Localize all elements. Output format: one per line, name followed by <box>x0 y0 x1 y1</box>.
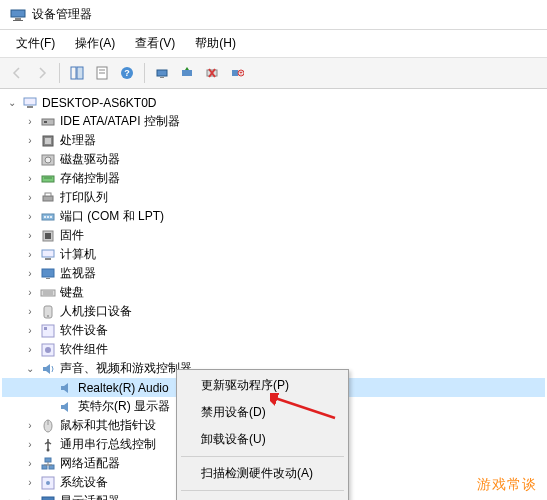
software-icon <box>40 323 56 339</box>
expand-icon[interactable]: › <box>22 209 38 225</box>
speaker-icon <box>58 399 74 415</box>
menu-view[interactable]: 查看(V) <box>127 33 183 54</box>
tree-node[interactable]: ›存储控制器 <box>2 169 545 188</box>
ctx-update-driver[interactable]: 更新驱动程序(P) <box>179 372 346 399</box>
svg-rect-36 <box>42 250 54 257</box>
window-title: 设备管理器 <box>32 6 92 23</box>
tree-node[interactable]: ›监视器 <box>2 264 545 283</box>
ctx-uninstall-device[interactable]: 卸载设备(U) <box>179 426 346 453</box>
context-menu: 更新驱动程序(P) 禁用设备(D) 卸载设备(U) 扫描检测硬件改动(A) 属性… <box>176 369 349 500</box>
disable-button[interactable] <box>226 62 248 84</box>
node-label: 计算机 <box>58 245 98 264</box>
node-label: 鼠标和其他指针设 <box>58 416 158 435</box>
menu-action[interactable]: 操作(A) <box>67 33 123 54</box>
firmware-icon <box>40 228 56 244</box>
expand-icon[interactable]: › <box>22 190 38 206</box>
tree-root[interactable]: ⌄ DESKTOP-AS6KT0D <box>2 93 545 112</box>
expand-icon[interactable]: › <box>22 342 38 358</box>
tree-node[interactable]: ›软件组件 <box>2 340 545 359</box>
svg-rect-11 <box>160 77 164 78</box>
svg-point-32 <box>47 216 49 218</box>
tree-node[interactable]: ›固件 <box>2 226 545 245</box>
ide-icon <box>40 114 56 130</box>
show-hide-button[interactable] <box>66 62 88 84</box>
cpu-icon <box>40 133 56 149</box>
tree-node[interactable]: ›磁盘驱动器 <box>2 150 545 169</box>
svg-rect-53 <box>49 465 54 469</box>
leaf-label: Realtek(R) Audio <box>76 380 171 396</box>
menu-file[interactable]: 文件(F) <box>8 33 63 54</box>
node-label: 监视器 <box>58 264 98 283</box>
svg-rect-20 <box>42 119 54 125</box>
tree-node[interactable]: ›计算机 <box>2 245 545 264</box>
device-manager-icon <box>10 7 26 23</box>
svg-rect-0 <box>11 10 25 17</box>
expand-icon[interactable]: › <box>22 266 38 282</box>
tree-node[interactable]: ›键盘 <box>2 283 545 302</box>
expand-icon[interactable]: › <box>22 228 38 244</box>
update-button[interactable] <box>176 62 198 84</box>
keyboard-icon <box>40 285 56 301</box>
tree-node[interactable]: ›人机接口设备 <box>2 302 545 321</box>
menu-help[interactable]: 帮助(H) <box>187 33 244 54</box>
expand-icon[interactable]: › <box>22 114 38 130</box>
uninstall-button[interactable] <box>201 62 223 84</box>
expand-icon[interactable]: › <box>22 285 38 301</box>
expand-icon[interactable]: › <box>22 437 38 453</box>
expand-icon[interactable]: › <box>22 323 38 339</box>
toolbar: ? <box>0 57 547 89</box>
properties-button[interactable] <box>91 62 113 84</box>
expand-icon[interactable]: ⌄ <box>22 361 38 377</box>
port-icon <box>40 209 56 225</box>
tree-node[interactable]: ›IDE ATA/ATAPI 控制器 <box>2 112 545 131</box>
expand-icon[interactable]: ⌄ <box>4 95 20 111</box>
tree-node[interactable]: ›打印队列 <box>2 188 545 207</box>
expand-icon[interactable]: › <box>22 171 38 187</box>
scan-button[interactable] <box>151 62 173 84</box>
node-label: IDE ATA/ATAPI 控制器 <box>58 112 182 131</box>
svg-rect-16 <box>232 70 238 76</box>
speaker-icon <box>58 380 74 396</box>
svg-rect-28 <box>43 196 53 201</box>
svg-rect-40 <box>41 290 55 296</box>
expand-icon[interactable]: › <box>22 152 38 168</box>
leaf-label: 英特尔(R) 显示器 <box>76 397 172 416</box>
ctx-separator <box>181 490 344 491</box>
expand-icon[interactable]: › <box>22 475 38 491</box>
menubar: 文件(F) 操作(A) 查看(V) 帮助(H) <box>0 30 547 57</box>
ctx-scan-hardware[interactable]: 扫描检测硬件改动(A) <box>179 460 346 487</box>
tree-node[interactable]: ›软件设备 <box>2 321 545 340</box>
node-label: 端口 (COM 和 LPT) <box>58 207 166 226</box>
expand-icon[interactable]: › <box>22 133 38 149</box>
network-icon <box>40 456 56 472</box>
svg-rect-21 <box>44 121 47 123</box>
node-label: 系统设备 <box>58 473 110 492</box>
node-label: 声音、视频和游戏控制器 <box>58 359 194 378</box>
svg-rect-29 <box>45 193 51 196</box>
svg-rect-26 <box>42 176 54 182</box>
root-label: DESKTOP-AS6KT0D <box>40 95 158 111</box>
svg-rect-45 <box>42 325 54 337</box>
node-label: 网络适配器 <box>58 454 122 473</box>
help-button[interactable]: ? <box>116 62 138 84</box>
svg-rect-37 <box>45 258 51 260</box>
tree-node[interactable]: ›端口 (COM 和 LPT) <box>2 207 545 226</box>
ctx-disable-device[interactable]: 禁用设备(D) <box>179 399 346 426</box>
svg-rect-19 <box>27 106 33 108</box>
svg-rect-10 <box>157 70 167 76</box>
expand-icon[interactable]: › <box>22 304 38 320</box>
svg-rect-4 <box>77 67 83 79</box>
svg-rect-12 <box>182 70 192 76</box>
svg-text:?: ? <box>124 68 130 78</box>
ctx-properties[interactable]: 属性(R) <box>179 494 346 500</box>
tree-node[interactable]: ›处理器 <box>2 131 545 150</box>
node-label: 磁盘驱动器 <box>58 150 122 169</box>
expand-icon[interactable]: › <box>22 456 38 472</box>
svg-rect-2 <box>13 20 23 21</box>
expand-icon[interactable]: › <box>22 418 38 434</box>
svg-rect-3 <box>71 67 76 79</box>
storage-icon <box>40 171 56 187</box>
svg-point-51 <box>47 448 50 451</box>
expand-icon[interactable]: › <box>22 494 38 501</box>
expand-icon[interactable]: › <box>22 247 38 263</box>
